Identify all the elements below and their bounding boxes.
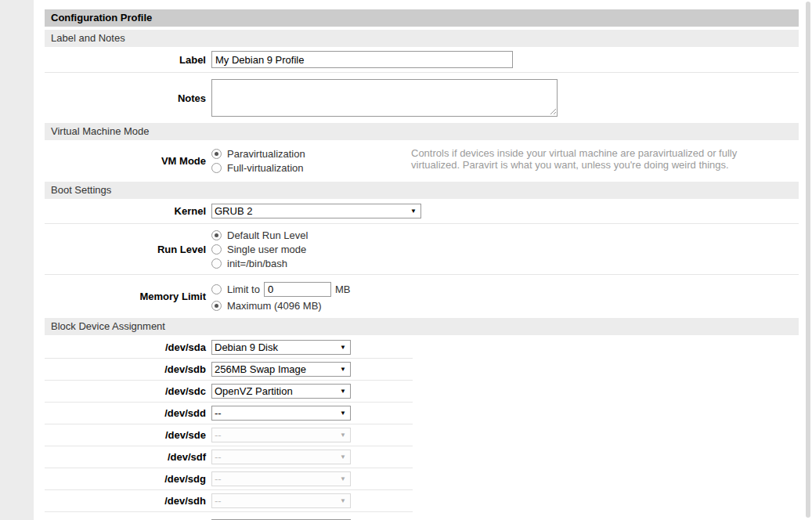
default-run-level-radio-label[interactable]: Default Run Level [227,229,308,241]
default-run-level-radio[interactable] [211,230,222,240]
device-row-sdg: /dev/sdg -- ▼ [45,468,413,490]
vm-mode-field-label: VM Mode [45,155,211,167]
device-row-initrd: initrd -- No initrd -- ▼ [45,512,413,520]
page-gutter [0,0,34,520]
page-title: Configuration Profile [45,9,799,27]
vm-mode-option-paravirtualization[interactable]: Paravirtualization [211,147,305,161]
device-row-sdb: /dev/sdb 256MB Swap Image ▼ [45,359,413,381]
run-level-option-init-bash[interactable]: init=/bin/bash [211,256,308,270]
device-row-sdh: /dev/sdh -- ▼ [45,490,413,512]
device-sda-label: /dev/sda [45,341,211,353]
configuration-profile-panel: Configuration Profile Label and Notes La… [45,9,799,520]
limit-to-radio-label[interactable]: Limit to [227,283,260,295]
device-row-sde: /dev/sde -- ▼ [45,424,413,446]
limit-to-radio[interactable] [211,284,222,294]
vm-mode-row: VM Mode Paravirtualization Full-virtuali… [45,140,799,182]
device-row-sda: /dev/sda Debian 9 Disk ▼ [45,337,413,359]
device-sdf-select[interactable]: -- [211,450,351,464]
single-user-mode-radio-label[interactable]: Single user mode [227,244,306,255]
device-sde-label: /dev/sde [45,429,211,441]
section-header-block-device-assignment: Block Device Assignment [45,318,799,335]
vm-mode-option-full-virtualization[interactable]: Full-virtualization [211,161,305,175]
kernel-field-label: Kernel [45,205,211,217]
device-sdg-select[interactable]: -- [211,471,351,486]
memory-limit-row: Memory Limit Limit to MB Maximum (4096 M… [45,275,799,318]
device-sdh-label: /dev/sdh [45,495,211,507]
label-field-label: Label [45,54,211,66]
device-sdd-label: /dev/sdd [45,407,211,419]
vertical-scrollbar[interactable] [806,2,810,518]
kernel-row: Kernel GRUB 2 ▼ [45,199,799,224]
label-row: Label [45,47,799,73]
resize-grip-icon[interactable] [549,107,556,114]
device-row-sdc: /dev/sdc OpenVZ Partition ▼ [45,381,413,403]
run-level-option-default[interactable]: Default Run Level [211,228,308,242]
memory-limit-option-limit-to[interactable]: Limit to MB [211,280,350,299]
device-sdc-label: /dev/sdc [45,385,211,397]
run-level-option-single-user[interactable]: Single user mode [211,242,308,256]
device-sdb-select[interactable]: 256MB Swap Image [211,362,351,377]
section-header-vm-mode: Virtual Machine Mode [45,123,799,140]
device-sdd-select[interactable]: -- [211,406,351,421]
device-sdf-label: /dev/sdf [45,451,211,463]
device-sdh-select[interactable]: -- [211,493,351,508]
memory-limit-unit-label: MB [335,283,351,295]
maximum-memory-radio[interactable] [211,301,222,311]
paravirtualization-radio[interactable] [211,149,222,159]
device-row-sdd: /dev/sdd -- ▼ [45,403,413,424]
device-sda-select[interactable]: Debian 9 Disk [211,340,351,355]
notes-field-label: Notes [45,92,211,104]
device-sdc-select[interactable]: OpenVZ Partition [211,384,351,399]
block-device-table: /dev/sda Debian 9 Disk ▼ /dev/sdb 256MB … [45,337,413,520]
device-row-sdf: /dev/sdf -- ▼ [45,446,413,468]
section-header-boot-settings: Boot Settings [45,182,799,199]
run-level-row: Run Level Default Run Level Single user … [45,224,799,275]
section-header-label-and-notes: Label and Notes [45,30,799,47]
memory-limit-input[interactable] [264,282,331,297]
device-sdg-label: /dev/sdg [45,473,211,485]
vm-mode-help-text: Controls if devices inside your virtual … [411,147,787,171]
device-sde-select[interactable]: -- [211,428,351,442]
maximum-memory-radio-label[interactable]: Maximum (4096 MB) [227,300,322,312]
label-input[interactable] [211,51,513,68]
run-level-field-label: Run Level [45,244,211,255]
single-user-mode-radio[interactable] [211,244,222,255]
init-bin-bash-radio[interactable] [211,258,222,269]
memory-limit-field-label: Memory Limit [45,291,211,302]
init-bin-bash-radio-label[interactable]: init=/bin/bash [227,258,287,269]
paravirtualization-radio-label[interactable]: Paravirtualization [227,148,305,160]
kernel-select[interactable]: GRUB 2 [211,204,421,218]
full-virtualization-radio[interactable] [211,163,222,173]
notes-textarea[interactable] [211,79,558,117]
full-virtualization-radio-label[interactable]: Full-virtualization [227,162,304,174]
memory-limit-option-maximum[interactable]: Maximum (4096 MB) [211,299,350,313]
device-sdb-label: /dev/sdb [45,363,211,375]
notes-row: Notes [45,73,799,123]
